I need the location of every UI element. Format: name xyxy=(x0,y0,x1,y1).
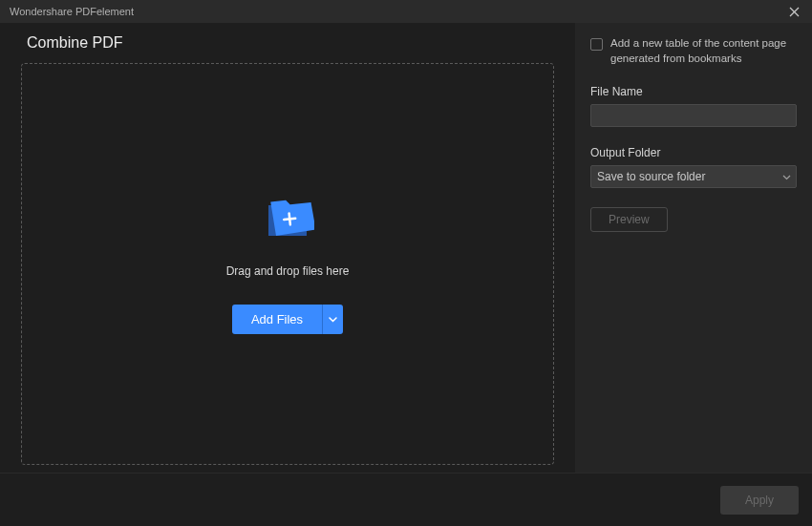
add-files-dropdown-button[interactable] xyxy=(322,305,343,334)
drop-hint: Drag and drop files here xyxy=(226,264,350,278)
toc-label: Add a new table of the content page gene… xyxy=(610,36,797,66)
file-name-label: File Name xyxy=(590,85,797,98)
add-files-button[interactable]: Add Files xyxy=(232,305,322,334)
footer: Apply xyxy=(0,473,812,526)
add-folder-icon xyxy=(261,198,314,245)
output-folder-label: Output Folder xyxy=(590,146,797,159)
output-folder-select[interactable]: Save to source folder xyxy=(590,165,797,188)
toc-option: Add a new table of the content page gene… xyxy=(590,36,797,66)
file-name-input[interactable] xyxy=(590,104,797,127)
titlebar: Wondershare PDFelement xyxy=(0,0,812,23)
chevron-down-icon xyxy=(329,317,337,323)
apply-button[interactable]: Apply xyxy=(720,486,799,515)
close-icon[interactable] xyxy=(785,3,802,20)
add-files-group: Add Files xyxy=(232,305,343,334)
svg-line-3 xyxy=(284,219,295,220)
toc-checkbox[interactable] xyxy=(590,38,603,51)
dropzone[interactable]: Drag and drop files here Add Files xyxy=(21,63,554,465)
main-content: Combine PDF Drag and drop files here Add… xyxy=(0,23,812,473)
page-title: Combine PDF xyxy=(21,34,554,52)
left-panel: Combine PDF Drag and drop files here Add… xyxy=(0,23,575,473)
app-name: Wondershare PDFelement xyxy=(10,6,134,17)
output-folder-value: Save to source folder xyxy=(597,170,705,183)
preview-button[interactable]: Preview xyxy=(590,207,668,232)
right-panel: Add a new table of the content page gene… xyxy=(575,23,812,473)
